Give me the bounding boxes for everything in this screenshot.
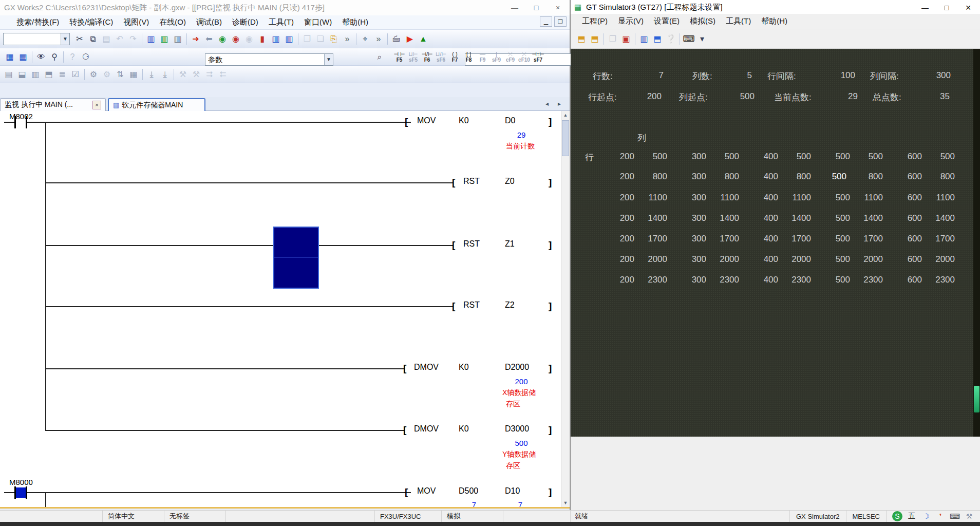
grid-icon[interactable]: ▦ (127, 68, 140, 81)
zoom-page-icon[interactable]: ⌕ (373, 51, 386, 63)
dev-down-icon[interactable]: ⤓ (145, 68, 158, 81)
tab-monitor-main[interactable]: 监视 执行中 MAIN (... × (0, 98, 106, 111)
screen-capture-icon[interactable]: ▣ (620, 33, 632, 45)
monitor-start-icon[interactable]: ◉ (216, 33, 229, 45)
maximize-icon[interactable]: □ (525, 0, 547, 15)
mdi-minimize-icon[interactable]: ▁ (540, 16, 552, 27)
fb-icon[interactable]: ⬓ (16, 68, 28, 81)
open-project-icon[interactable]: ⬒ (575, 33, 588, 45)
gt-menu-item-1[interactable]: 显示(V) (613, 15, 649, 28)
tab-device-memory-main[interactable]: ▦ 软元件存储器MAIN (108, 98, 205, 111)
ladder-key-cF9[interactable]: ⤫cF9 (503, 49, 517, 65)
logic-test-icon[interactable]: ⌖ (359, 33, 371, 45)
device-memory-icon[interactable]: ▦ (17, 51, 29, 63)
device-test-icon[interactable]: ▥ (270, 33, 282, 45)
maximize-icon[interactable]: □ (936, 0, 957, 15)
buffer-memory-icon[interactable]: ▥ (172, 33, 184, 45)
flow-a-icon[interactable]: ⮆ (203, 68, 216, 81)
save-project-icon[interactable]: ⬒ (589, 33, 601, 45)
help-icon[interactable]: ? (66, 51, 79, 63)
copy-icon[interactable]: ⧉ (87, 33, 99, 45)
gx-menu-item-7[interactable]: 窗口(W) (299, 16, 337, 29)
scroll-down-icon[interactable]: ▼ (561, 499, 570, 507)
device-batch-icon[interactable]: ▥ (283, 33, 295, 45)
option-icon[interactable]: ❔ (665, 33, 677, 45)
wubi-mode-icon[interactable]: 五 (907, 511, 917, 521)
read-from-plc-icon[interactable]: ⬅ (203, 33, 215, 45)
scrollbar-thumb[interactable] (974, 386, 979, 412)
scrollbar-thumb[interactable] (562, 120, 569, 156)
simulation-start-icon[interactable]: ▶ (404, 33, 416, 45)
gx-search-combo[interactable]: ▼ (3, 33, 70, 45)
gt-menu-item-5[interactable]: 帮助(H) (756, 15, 793, 28)
toolbox-icon[interactable]: ⚒ (964, 511, 974, 521)
mdi-restore-icon[interactable]: ❐ (554, 16, 567, 27)
window-cascade-icon[interactable]: ❐ (301, 33, 313, 45)
paste-icon[interactable]: ▤ (100, 33, 112, 45)
close-icon[interactable]: × (547, 0, 569, 15)
tool-a-icon[interactable]: ⚒ (177, 68, 189, 81)
cross-ref-icon[interactable]: ⚆ (80, 51, 92, 63)
gt-menu-item-2[interactable]: 设置(E) (649, 15, 685, 28)
cut-icon[interactable]: ✂ (73, 33, 86, 45)
ladder-key-sF7[interactable]: ⊣↑⊢sF7 (531, 49, 545, 65)
ladder-key-F6[interactable]: ⊣/⊢F6 (420, 49, 434, 65)
gx-menu-item-3[interactable]: 在线(O) (154, 16, 191, 29)
moon-icon[interactable]: ☽ (921, 511, 931, 521)
check-icon[interactable]: ☑ (69, 68, 82, 81)
window-tile-icon[interactable]: ❏ (314, 33, 327, 45)
structured-icon[interactable]: ⬒ (43, 68, 55, 81)
tool-b-icon[interactable]: ⚒ (190, 68, 202, 81)
minimize-icon[interactable]: — (914, 0, 936, 15)
soft-keyboard-icon[interactable]: ⌨ (950, 511, 960, 521)
ladder-key-sF9[interactable]: |sF9 (489, 49, 503, 65)
parameter-combo[interactable]: 参数 ▼ (205, 53, 333, 66)
step-exec-icon[interactable]: 🖮 (390, 33, 403, 45)
ladder-key-F7[interactable]: ( )F7 (448, 49, 462, 65)
device-display-menu-icon[interactable]: 👁 (35, 51, 47, 63)
monitor-pause-icon[interactable]: ◉ (243, 33, 255, 45)
keyboard-icon[interactable]: ⌨ (683, 33, 695, 45)
gx-menu-item-2[interactable]: 视图(V) (118, 16, 154, 29)
gx-menu-item-8[interactable]: 帮助(H) (337, 16, 373, 29)
ladder-key-F8[interactable]: [ ]F8 (462, 49, 476, 65)
sogou-icon[interactable]: S (892, 511, 902, 521)
ladder-vscrollbar[interactable]: ▲ ▼ (561, 111, 569, 507)
program-list-icon[interactable]: ▤ (3, 68, 15, 81)
gx-menu-item-0[interactable]: 搜索/替换(F) (11, 16, 64, 29)
ladder-key-sF6[interactable]: ⊔/⊢sF6 (434, 49, 448, 65)
undo-icon[interactable]: ↶ (114, 33, 126, 45)
overflow-chevron2-icon[interactable]: » (372, 33, 385, 45)
close-icon[interactable]: ✕ (957, 0, 979, 15)
gx-menu-item-5[interactable]: 诊断(D) (227, 16, 263, 29)
chevron-down-icon[interactable]: ▼ (324, 54, 333, 65)
flow-b-icon[interactable]: ⮄ (217, 68, 229, 81)
overflow-chevron-icon[interactable]: » (341, 33, 353, 45)
device-comment-icon[interactable]: ▦ (4, 51, 16, 63)
redo-icon[interactable]: ↷ (127, 33, 139, 45)
ladder-key-F5[interactable]: ⊣ ⊢F5 (392, 49, 406, 65)
gt-menu-item-3[interactable]: 模拟(S) (685, 15, 721, 28)
write-to-plc-icon[interactable]: ➜ (190, 33, 202, 45)
gt-menu-item-4[interactable]: 工具(T) (721, 15, 756, 28)
gt-hmi-screen[interactable]: 行数: 7 列数: 5 行间隔: 100 列间隔: 300 行起点: 200 列… (571, 49, 980, 437)
dropdown-icon[interactable]: ▾ (696, 33, 708, 45)
monitor-stop-icon[interactable]: ◉ (230, 33, 242, 45)
sort-icon[interactable]: ⇅ (114, 68, 126, 81)
window-icon[interactable]: ❐ (607, 33, 619, 45)
watch1-icon[interactable]: ⚙ (87, 68, 100, 81)
watch2-icon[interactable]: ⚙ (101, 68, 113, 81)
minimize-icon[interactable]: — (504, 0, 525, 15)
dev-table-icon[interactable]: ⤓ (159, 68, 171, 81)
tab-scroll-left-icon[interactable]: ◂ (545, 100, 549, 107)
gt-menu-item-0[interactable]: 工程(P) (577, 15, 613, 28)
jump-icon[interactable]: ⎘ (328, 33, 340, 45)
chevron-down-icon[interactable]: ▼ (61, 33, 69, 45)
simulation-stop-icon[interactable]: ▲ (417, 33, 429, 45)
close-icon[interactable]: × (92, 101, 101, 109)
gx-menu-item-6[interactable]: 工具(T) (263, 16, 299, 29)
device-display-icon[interactable]: ▥ (145, 33, 157, 45)
monitor-write-icon[interactable]: ▮ (256, 33, 269, 45)
device-monitor-icon[interactable]: ▥ (638, 33, 650, 45)
ladder-key-sF5[interactable]: ⊔⊢sF5 (406, 49, 420, 65)
